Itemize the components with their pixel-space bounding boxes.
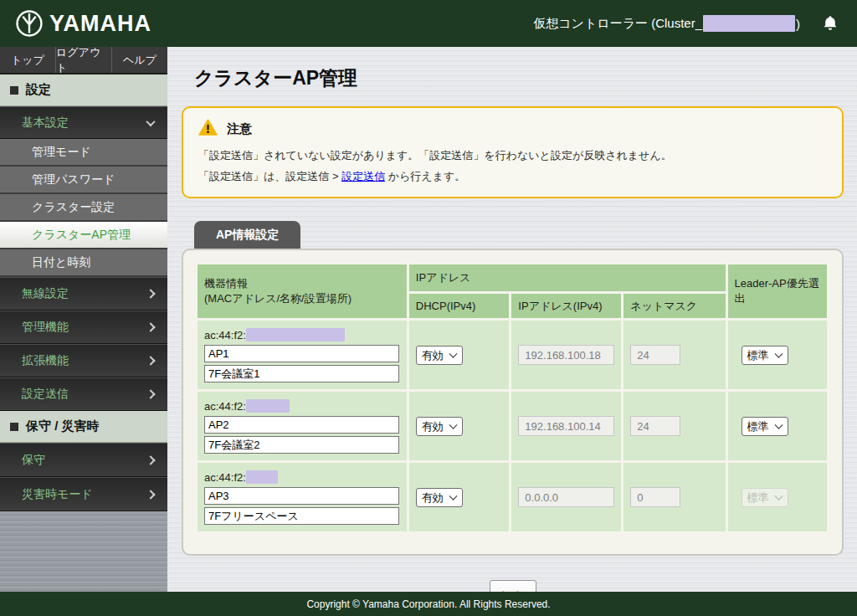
- ap-location-input[interactable]: [204, 436, 399, 454]
- chevron-right-icon: [146, 322, 155, 331]
- table-row-ap3: ac:44:f2: 有効: [198, 463, 827, 531]
- notice-box: 注意 「設定送信」されていない設定があります。「設定送信」を行わないと設定が反映…: [182, 106, 844, 198]
- sidebar-filler: [0, 511, 167, 592]
- leader-cell: 標準: [728, 392, 827, 460]
- dhcp-cell: 有効: [409, 392, 510, 460]
- notice-title: 注意: [227, 121, 252, 137]
- app-header: YAMAHA 仮想コントローラー (Cluster_): [0, 0, 857, 47]
- sidebar-item-settings-send[interactable]: 設定送信: [0, 377, 167, 411]
- ip-address-field: [518, 416, 614, 436]
- ip-cell: [511, 321, 621, 389]
- redaction-box: [246, 328, 345, 341]
- sidebar-item-maintenance[interactable]: 保守: [0, 443, 167, 477]
- ap-table: 機器情報 (MACアドレス/名称/設置場所) IPアドレス Leader-AP優…: [195, 262, 829, 534]
- brand-name: YAMAHA: [49, 10, 151, 38]
- dhcp-cell: 有効: [409, 321, 510, 389]
- ap-name-input[interactable]: [204, 345, 399, 362]
- redaction-box: [246, 470, 278, 484]
- netmask-field: [630, 487, 680, 507]
- column-header-device: 機器情報 (MACアドレス/名称/設置場所): [198, 264, 407, 318]
- dhcp-cell: 有効: [409, 463, 510, 531]
- tab-ap-info-settings[interactable]: AP情報設定: [194, 221, 300, 249]
- sidebar-section-settings: 設定: [0, 74, 167, 106]
- leader-cell: 標準: [728, 463, 827, 531]
- sidebar-item-date-time[interactable]: 日付と時刻: [0, 249, 167, 277]
- chevron-right-icon: [146, 289, 155, 298]
- netmask-cell: [624, 392, 725, 460]
- warning-icon: [198, 119, 218, 139]
- ap-name-input[interactable]: [204, 416, 399, 434]
- sidebar-item-disaster-mode[interactable]: 災害時モード: [0, 477, 167, 511]
- leader-priority-select[interactable]: 標準: [742, 346, 788, 365]
- redaction-box: [246, 399, 290, 413]
- netmask-cell: [624, 463, 725, 531]
- redaction-box: [703, 15, 795, 32]
- ap-location-input[interactable]: [204, 365, 399, 382]
- column-header-dhcp: DHCP(IPv4): [409, 294, 510, 318]
- chevron-right-icon: [146, 455, 155, 465]
- sidebar-item-management-functions[interactable]: 管理機能: [0, 311, 167, 344]
- tab-top[interactable]: トップ: [0, 47, 56, 73]
- netmask-field: [630, 416, 680, 436]
- bell-icon[interactable]: [822, 15, 839, 33]
- chevron-down-icon: [146, 116, 155, 126]
- device-cell: ac:44:f2:: [198, 463, 407, 531]
- ip-address-field: [518, 345, 614, 365]
- copyright-text: Copyright © Yamaha Corporation. All Righ…: [306, 598, 550, 610]
- leader-priority-select: 標準: [742, 488, 788, 507]
- yamaha-logo: YAMAHA: [15, 9, 151, 38]
- mac-address: ac:44:f2:: [204, 328, 400, 341]
- dhcp-select[interactable]: 有効: [416, 488, 463, 507]
- leader-priority-select[interactable]: 標準: [742, 417, 788, 436]
- leader-cell: 標準: [728, 321, 827, 389]
- settings-send-link[interactable]: 設定送信: [341, 170, 385, 182]
- controller-label: 仮想コントローラー (Cluster_): [533, 15, 800, 32]
- sidebar-item-admin-mode[interactable]: 管理モード: [0, 139, 167, 167]
- mac-address: ac:44:f2:: [204, 470, 400, 484]
- sidebar-item-cluster-settings[interactable]: クラスター設定: [0, 194, 167, 222]
- dhcp-select[interactable]: 有効: [416, 417, 463, 436]
- sidebar-tab-bar: トップ ログアウト ヘルプ: [0, 47, 167, 74]
- ip-cell: [511, 463, 621, 531]
- column-header-leader-ap: Leader-AP優先選出: [728, 264, 827, 318]
- square-bullet-icon: [10, 86, 18, 95]
- main-content: クラスターAP管理 注意 「設定送信」されていない設定があります。「設定送信」を…: [167, 47, 857, 592]
- ip-address-field: [518, 487, 614, 507]
- ap-name-input[interactable]: [204, 487, 399, 505]
- sidebar: トップ ログアウト ヘルプ 設定 基本設定 管理モード 管理パスワード クラスタ…: [0, 47, 167, 592]
- tab-logout[interactable]: ログアウト: [56, 47, 112, 73]
- column-header-netmask: ネットマスク: [624, 294, 725, 318]
- notice-line-2: 「設定送信」は、設定送信 > 設定送信 から行えます。: [198, 167, 827, 187]
- page-title: クラスターAP管理: [194, 65, 844, 91]
- chevron-right-icon: [146, 389, 155, 398]
- device-cell: ac:44:f2:: [198, 321, 407, 389]
- column-header-ip-group: IPアドレス: [409, 264, 726, 291]
- netmask-cell: [624, 321, 725, 389]
- tuning-fork-icon: [15, 9, 44, 38]
- ap-location-input[interactable]: [204, 507, 399, 525]
- ap-settings-panel: 機器情報 (MACアドレス/名称/設置場所) IPアドレス Leader-AP優…: [182, 249, 844, 556]
- sidebar-item-basic-settings[interactable]: 基本設定: [0, 106, 167, 139]
- chevron-right-icon: [146, 490, 155, 499]
- sidebar-item-wireless-settings[interactable]: 無線設定: [0, 277, 167, 311]
- netmask-field: [630, 345, 680, 365]
- footer: Copyright © Yamaha Corporation. All Righ…: [0, 592, 857, 616]
- sidebar-item-extended-functions[interactable]: 拡張機能: [0, 344, 167, 377]
- tab-help[interactable]: ヘルプ: [112, 47, 167, 73]
- device-cell: ac:44:f2:: [198, 392, 407, 460]
- dhcp-select[interactable]: 有効: [416, 346, 463, 365]
- sidebar-item-cluster-ap-management[interactable]: クラスターAP管理: [0, 222, 167, 249]
- table-row-ap1: ac:44:f2: 有効: [198, 321, 827, 389]
- notice-line-1: 「設定送信」されていない設定があります。「設定送信」を行わないと設定が反映されま…: [198, 146, 827, 167]
- square-bullet-icon: [10, 423, 18, 431]
- column-header-ip-address: IPアドレス(IPv4): [511, 294, 621, 318]
- ip-cell: [511, 392, 621, 460]
- sidebar-section-maintenance: 保守 / 災害時: [0, 411, 167, 443]
- mac-address: ac:44:f2:: [204, 399, 400, 413]
- chevron-right-icon: [146, 356, 155, 365]
- table-row-ap2: ac:44:f2: 有効: [198, 392, 827, 460]
- sidebar-item-admin-password[interactable]: 管理パスワード: [0, 167, 167, 194]
